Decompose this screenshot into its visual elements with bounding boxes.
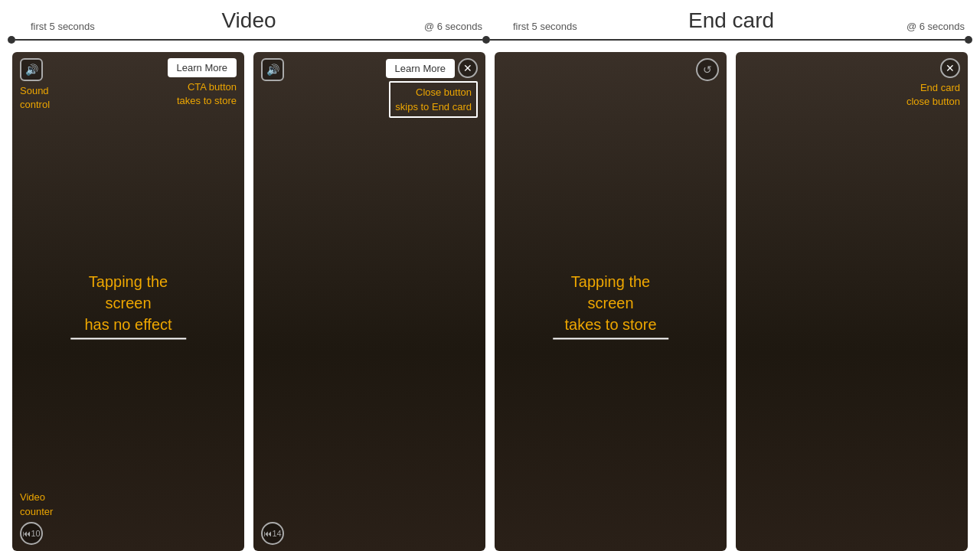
- panel-1-center: Tapping the screenhas no effect: [70, 271, 187, 340]
- learn-more-button-1[interactable]: Learn More: [168, 58, 237, 77]
- sound-icon-2[interactable]: 🔊: [261, 58, 284, 81]
- panel-4: ✕ End cardclose button: [736, 52, 968, 551]
- panel-4-top: ✕ End cardclose button: [736, 52, 968, 115]
- timeline-dot-start: [8, 36, 15, 44]
- tapping-no-effect-text: Tapping the screenhas no effect: [70, 271, 187, 340]
- video-title: Video: [221, 8, 276, 33]
- cta-label: CTA buttontakes to store: [177, 80, 237, 108]
- timeline-line-endcard: [490, 39, 965, 41]
- sound-icon[interactable]: 🔊: [20, 58, 43, 81]
- panel-1-top: 🔊 Soundcontrol Learn More CTA buttontake…: [12, 52, 244, 118]
- timeline: Video first 5 seconds @ 6 seconds End ca…: [0, 0, 980, 52]
- timeline-dot-end: [965, 36, 972, 44]
- panel-3-top: ↺: [495, 52, 727, 87]
- counter-value-1: ⏮10: [22, 529, 40, 538]
- endcard-close-label: End cardclose button: [906, 81, 960, 109]
- panels-row: 🔊 Soundcontrol Learn More CTA buttontake…: [0, 52, 980, 551]
- timeline-video-section: Video first 5 seconds @ 6 seconds: [8, 8, 490, 44]
- close-button-2[interactable]: ✕: [458, 58, 478, 78]
- learn-more-button-2[interactable]: Learn More: [386, 59, 455, 78]
- tapping-takes-to-store-text: Tapping the screentakes to store: [553, 271, 669, 340]
- at6-label: @ 6 seconds: [424, 21, 482, 32]
- timeline-endcard-section: End card first 5 seconds @ 6 seconds: [490, 8, 972, 44]
- panel-3: ↺ Tapping the screentakes to store: [495, 52, 727, 551]
- panel-2: 🔊 Learn More ✕ Close buttonskips to End …: [253, 52, 485, 551]
- timeline-dot-mid: [482, 36, 490, 44]
- close-label: Close buttonskips to End card: [389, 81, 478, 118]
- at6-label2: @ 6 seconds: [906, 21, 965, 32]
- sound-label: Soundcontrol: [20, 84, 50, 112]
- replay-icon[interactable]: ↺: [696, 58, 719, 81]
- counter-icon-2[interactable]: ⏮14: [261, 522, 284, 545]
- video-counter-label: Videocounter: [20, 491, 53, 517]
- panel-1: 🔊 Soundcontrol Learn More CTA buttontake…: [12, 52, 244, 551]
- first5-label: first 5 seconds: [31, 21, 95, 32]
- panel-2-top: 🔊 Learn More ✕ Close buttonskips to End …: [253, 52, 485, 124]
- close-button-label-text: Close buttonskips to End card: [395, 86, 472, 112]
- panel-3-center: Tapping the screentakes to store: [553, 271, 669, 340]
- counter-icon-1[interactable]: ⏮10: [20, 522, 43, 545]
- panel-1-bottom: Videocounter ⏮10: [12, 484, 244, 551]
- panel-2-bottom: ⏮14: [253, 513, 485, 551]
- first5-label2: first 5 seconds: [513, 21, 577, 32]
- timeline-line-video: [15, 39, 482, 41]
- counter-value-2: ⏮14: [263, 529, 281, 538]
- endcard-close-button[interactable]: ✕: [940, 58, 960, 78]
- endcard-title: End card: [688, 8, 774, 33]
